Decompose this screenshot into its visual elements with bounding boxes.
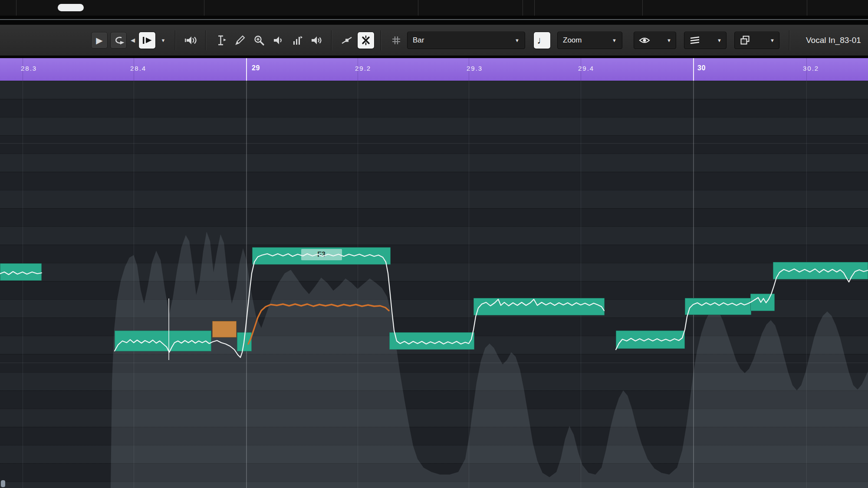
clip-name-display[interactable]: Vocal In_83-01 (806, 36, 861, 45)
ibeam-tool-icon (215, 34, 227, 46)
snap-cross-icon (360, 34, 372, 46)
audition-play-button[interactable]: ▶ (91, 32, 108, 49)
ruler-position-label: 29.4 (578, 65, 594, 72)
audition-loop-button[interactable] (110, 32, 127, 49)
speaker-icon (272, 34, 284, 46)
beat-gridline (469, 81, 469, 488)
editor-toolbar: ▶ ◀ ▼ (0, 25, 868, 56)
autoscroll-button[interactable] (139, 32, 155, 49)
autoscroll-icon (141, 34, 153, 46)
loop-icon (112, 34, 125, 46)
ruler-position-label: 30 (697, 64, 706, 72)
beat-gridline (23, 81, 23, 488)
timeline-ruler[interactable]: 28.328.42929.229.329.43030.2 (0, 58, 868, 81)
ruler-position-label: 30.2 (803, 65, 819, 72)
mute-audition-button[interactable] (270, 32, 286, 49)
draw-tool-button[interactable] (232, 32, 248, 49)
eye-icon (638, 34, 651, 46)
pitch-segment[interactable] (773, 262, 868, 279)
zoom-preset-value: Zoom (563, 36, 582, 45)
ruler-bar-line (693, 58, 694, 81)
zoom-preset-select[interactable]: Zoom ▼ (557, 32, 622, 49)
window-layout-select[interactable]: ▼ (734, 32, 779, 49)
octave-separator-line (0, 143, 868, 144)
micro-pitch-curve (248, 304, 389, 344)
pitch-segment[interactable] (115, 331, 211, 351)
level-bars-icon (291, 34, 303, 46)
grid-toggle-button[interactable] (388, 32, 404, 49)
layers-icon (689, 34, 701, 46)
grid-icon (390, 34, 402, 46)
bar-gridline (693, 81, 694, 488)
tilt-segments-button[interactable] (289, 32, 306, 49)
overview-tick (204, 0, 204, 16)
waveform-layer (0, 81, 868, 488)
segment-pitch-label: F3 (301, 249, 342, 260)
pitch-editor-canvas[interactable]: F3 (0, 81, 868, 488)
pitch-segment[interactable] (389, 332, 474, 350)
overview-timeline[interactable] (0, 0, 868, 16)
layer-options-select[interactable]: ▼ (684, 32, 727, 49)
snap-curve-icon (341, 34, 353, 46)
ruler-position-label: 29 (252, 64, 260, 72)
ruler-position-label: 29.2 (355, 65, 371, 72)
overview-scroll-handle[interactable] (58, 4, 84, 11)
snap-active-button[interactable] (358, 32, 374, 49)
separator-line (0, 19, 868, 20)
beat-gridline (581, 81, 581, 488)
grid-mode-select[interactable]: Bar ▼ (407, 32, 525, 49)
ruler-position-label: 28.3 (21, 65, 37, 72)
bar-gridline (246, 81, 247, 488)
range-tool-button[interactable] (213, 32, 229, 49)
magnifier-plus-icon (253, 34, 265, 46)
pitch-segment[interactable] (0, 263, 42, 281)
pitch-segment[interactable] (473, 298, 605, 315)
windows-icon (739, 34, 751, 46)
quantize-note-button[interactable]: ♩ (534, 32, 550, 49)
chevron-down-icon: ▼ (770, 38, 775, 43)
toolbar-divider (175, 30, 176, 50)
pitch-segment[interactable] (685, 298, 751, 315)
overview-tick (807, 0, 807, 16)
overview-tick (534, 0, 535, 16)
play-icon: ▶ (96, 36, 102, 45)
beat-gridline (806, 81, 807, 488)
overview-tick (642, 0, 643, 16)
vertical-scrollbar-thumb[interactable] (1, 480, 5, 487)
view-options-select[interactable]: ▼ (634, 32, 676, 49)
collapse-left-icon: ◀ (131, 37, 135, 43)
separator-band (0, 16, 868, 25)
speaker-feedback-icon (184, 34, 197, 46)
beat-gridline (134, 81, 134, 488)
chevron-down-icon: ▼ (612, 38, 617, 43)
pitch-curve-layer (0, 81, 868, 488)
pitch-segment[interactable] (750, 294, 775, 311)
toolbar-divider (205, 30, 206, 50)
toolbar-divider (381, 30, 381, 50)
autoscroll-options-dropdown[interactable]: ▼ (158, 32, 168, 49)
overview-tick (16, 0, 16, 16)
ruler-position-label: 28.4 (130, 65, 146, 72)
chevron-down-icon: ▼ (515, 38, 519, 43)
octave-separator-line (0, 363, 868, 363)
toolbar-divider (789, 30, 790, 50)
snap-pitch-button[interactable] (339, 32, 355, 49)
zoom-tool-button[interactable] (251, 32, 267, 49)
pitch-segment-selected[interactable] (212, 321, 237, 337)
chevron-down-icon: ▼ (161, 38, 166, 43)
collapse-left-arrow[interactable]: ◀ (129, 32, 136, 49)
pitch-segment[interactable] (237, 332, 252, 351)
acoustic-feedback-button[interactable] (182, 32, 199, 49)
overview-tick (418, 0, 418, 16)
pencil-icon (234, 34, 246, 46)
quarter-note-icon: ♩ (537, 34, 547, 46)
ruler-position-label: 29.3 (467, 65, 483, 72)
audio-waveform-silhouette (111, 232, 868, 488)
chevron-down-icon: ▼ (717, 38, 722, 43)
audition-volume-button[interactable] (308, 32, 325, 49)
pitch-segment[interactable]: F3 (252, 247, 391, 265)
ruler-bar-line (246, 58, 247, 81)
toolbar-divider (331, 30, 332, 50)
grid-mode-value: Bar (413, 36, 424, 45)
pitch-segment[interactable] (616, 331, 685, 349)
